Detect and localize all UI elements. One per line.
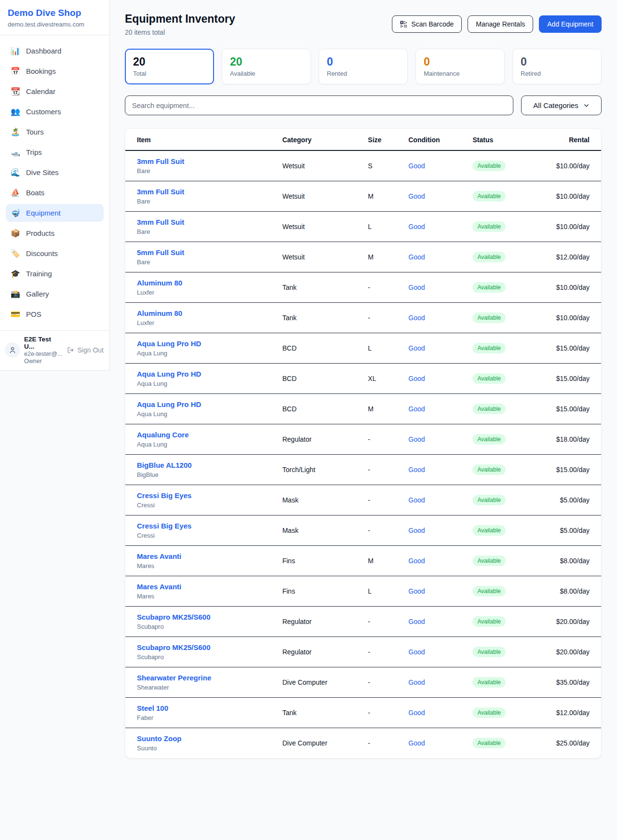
sidebar-item[interactable]: 🎓 Training xyxy=(6,265,104,283)
item-condition-link[interactable]: Good xyxy=(408,253,425,261)
sidebar-item[interactable]: 📅 Bookings xyxy=(6,62,104,80)
table-row: Mares Avanti Mares Fins M Good Available… xyxy=(125,546,601,576)
item-name-link[interactable]: Mares Avanti xyxy=(137,583,181,591)
item-condition-link[interactable]: Good xyxy=(408,557,425,565)
item-size: - xyxy=(368,515,408,546)
sign-out-button[interactable]: Sign Out xyxy=(67,346,104,354)
item-name-link[interactable]: Aluminum 80 xyxy=(137,279,182,287)
status-badge: Available xyxy=(472,647,505,657)
item-name-link[interactable]: Cressi Big Eyes xyxy=(137,522,191,530)
sidebar-item[interactable]: 📦 Products xyxy=(6,224,104,242)
item-brand: Cressi xyxy=(137,532,282,539)
item-condition-link[interactable]: Good xyxy=(408,405,425,413)
item-condition-link[interactable]: Good xyxy=(408,284,425,291)
stat-label: Total xyxy=(133,70,206,77)
item-condition-link[interactable]: Good xyxy=(408,739,425,747)
sidebar-item[interactable]: 📆 Calendar xyxy=(6,82,104,100)
item-name-link[interactable]: 5mm Full Suit xyxy=(137,248,184,257)
item-size: XL xyxy=(368,364,408,394)
table-row: Scubapro MK25/S600 Scubapro Regulator - … xyxy=(125,637,601,667)
sidebar-item-label: Bookings xyxy=(26,67,56,75)
table-row: Steel 100 Faber Tank - Good Available $1… xyxy=(125,698,601,728)
item-rental-rate: $15.00/day xyxy=(539,364,601,394)
table-row: Cressi Big Eyes Cressi Mask - Good Avail… xyxy=(125,515,601,546)
sidebar-item[interactable]: 🌊 Dive Sites xyxy=(6,163,104,181)
item-condition-link[interactable]: Good xyxy=(408,709,425,717)
manage-rentals-button[interactable]: Manage Rentals xyxy=(468,15,533,33)
col-header-rental: Rental xyxy=(539,129,601,150)
item-rental-rate: $10.00/day xyxy=(539,272,601,303)
sidebar-item[interactable]: 🏷️ Discounts xyxy=(6,244,104,262)
add-equipment-button[interactable]: Add Equipment xyxy=(539,15,602,33)
item-condition-link[interactable]: Good xyxy=(408,192,425,200)
sidebar-item-label: Dashboard xyxy=(26,47,61,55)
item-name-link[interactable]: 3mm Full Suit xyxy=(137,188,184,196)
filter-bar: All Categories xyxy=(125,95,602,115)
item-condition-link[interactable]: Good xyxy=(408,162,425,170)
item-name-link[interactable]: Cressi Big Eyes xyxy=(137,491,191,500)
item-rental-rate: $15.00/day xyxy=(539,333,601,364)
item-condition-link[interactable]: Good xyxy=(408,344,425,352)
item-name-link[interactable]: Scubapro MK25/S600 xyxy=(137,613,211,621)
sidebar-item-label: Dive Sites xyxy=(26,168,59,176)
item-name-link[interactable]: 3mm Full Suit xyxy=(137,157,184,165)
item-condition-link[interactable]: Good xyxy=(408,466,425,474)
item-name-link[interactable]: Aluminum 80 xyxy=(137,309,182,317)
category-select[interactable]: All Categories xyxy=(521,95,602,115)
item-name-link[interactable]: Steel 100 xyxy=(137,704,168,712)
item-name-link[interactable]: Suunto Zoop xyxy=(137,734,181,743)
item-condition-link[interactable]: Good xyxy=(408,375,425,382)
item-brand: Faber xyxy=(137,714,282,721)
status-badge: Available xyxy=(472,677,505,688)
stat-card[interactable]: 0 Retired xyxy=(512,49,602,84)
user-icon xyxy=(8,346,17,354)
item-condition-link[interactable]: Good xyxy=(408,314,425,322)
item-name-link[interactable]: Aqualung Core xyxy=(137,431,189,439)
search-input[interactable] xyxy=(125,95,513,115)
stat-card[interactable]: 20 Available xyxy=(222,49,311,84)
sidebar-item[interactable]: 📊 Dashboard xyxy=(6,42,104,60)
item-rental-rate: $25.00/day xyxy=(539,728,601,759)
item-condition-link[interactable]: Good xyxy=(408,496,425,504)
item-name-link[interactable]: Aqua Lung Pro HD xyxy=(137,339,201,348)
status-badge: Available xyxy=(472,707,505,718)
item-condition-link[interactable]: Good xyxy=(408,678,425,686)
item-name-link[interactable]: Mares Avanti xyxy=(137,552,181,560)
item-name-link[interactable]: Aqua Lung Pro HD xyxy=(137,400,201,408)
item-name-link[interactable]: Shearwater Peregrine xyxy=(137,674,211,682)
item-category: Fins xyxy=(282,576,368,607)
sidebar-item[interactable]: 💳 POS xyxy=(6,305,104,323)
stat-card[interactable]: 20 Total xyxy=(125,49,214,84)
item-condition-link[interactable]: Good xyxy=(408,527,425,534)
sidebar-item[interactable]: 📸 Gallery xyxy=(6,285,104,303)
sidebar-item[interactable]: 🛥️ Trips xyxy=(6,143,104,161)
table-row: Aqua Lung Pro HD Aqua Lung BCD M Good Av… xyxy=(125,394,601,424)
item-category: Regulator xyxy=(282,637,368,667)
item-condition-link[interactable]: Good xyxy=(408,587,425,595)
sidebar-item[interactable]: 🏝️ Tours xyxy=(6,123,104,141)
item-condition-link[interactable]: Good xyxy=(408,618,425,625)
item-name-link[interactable]: 3mm Full Suit xyxy=(137,218,184,226)
item-condition-link[interactable]: Good xyxy=(408,223,425,230)
item-condition-link[interactable]: Good xyxy=(408,648,425,656)
item-category: Tank xyxy=(282,698,368,728)
sidebar-item[interactable]: ⛵ Boats xyxy=(6,184,104,202)
stat-card[interactable]: 0 Rented xyxy=(319,49,408,84)
avatar xyxy=(5,342,20,358)
sidebar-item-label: Trips xyxy=(26,148,42,156)
scan-barcode-button[interactable]: Scan Barcode xyxy=(392,15,462,33)
sidebar-item-label: Calendar xyxy=(26,87,55,95)
item-brand: Shearwater xyxy=(137,684,282,691)
item-condition-link[interactable]: Good xyxy=(408,435,425,443)
products-icon: 📦 xyxy=(11,229,20,238)
item-name-link[interactable]: Scubapro MK25/S600 xyxy=(137,643,211,651)
item-category: Torch/Light xyxy=(282,455,368,485)
sidebar-item-label: Boats xyxy=(26,189,44,197)
sidebar-item[interactable]: 🤿 Equipment xyxy=(6,204,104,222)
stat-card[interactable]: 0 Maintenance xyxy=(416,49,505,84)
sidebar-item[interactable]: 👥 Customers xyxy=(6,103,104,121)
sidebar-item-label: Tours xyxy=(26,128,44,136)
item-name-link[interactable]: BigBlue AL1200 xyxy=(137,461,192,469)
table-row: Aqua Lung Pro HD Aqua Lung BCD XL Good A… xyxy=(125,364,601,394)
item-name-link[interactable]: Aqua Lung Pro HD xyxy=(137,370,201,378)
